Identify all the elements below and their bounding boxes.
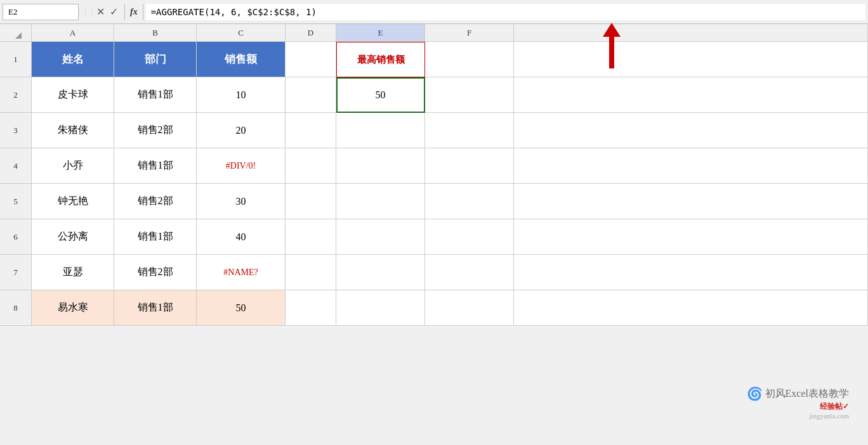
cell-e3[interactable] [336,113,425,148]
col-header-e[interactable]: E [336,24,425,42]
cell-a2[interactable]: 皮卡球 [32,77,114,113]
name-box-value: E2 [8,7,17,17]
cell-e7[interactable] [336,255,425,290]
watermark-brand: 🌀 初风Excel表格教学 [747,386,849,401]
cell-a6[interactable]: 公孙离 [32,219,114,255]
cell-a3[interactable]: 朱猪侠 [32,113,114,148]
cell-a1[interactable]: 姓名 [32,42,114,77]
cell-b3[interactable]: 销售2部 [114,113,197,148]
cell-c2[interactable]: 10 [197,77,286,113]
cell-e4[interactable] [336,148,425,184]
row-header-7[interactable]: 7 [0,255,32,290]
col-header-d[interactable]: D [286,24,336,42]
arrow-shaft [609,37,614,68]
spreadsheet-row: 6 公孙离 销售1部 40 [0,219,868,255]
cell-a4[interactable]: 小乔 [32,148,114,184]
cell-d2[interactable] [286,77,336,113]
row-header-5[interactable]: 5 [0,184,32,219]
row-header-6[interactable]: 6 [0,219,32,255]
spreadsheet-row: 3 朱猪侠 销售2部 20 [0,113,868,148]
formula-input[interactable] [146,4,865,20]
corner-cell [0,24,32,42]
formula-bar-divider: ⋮⋮⋮ [81,4,90,20]
cell-rest-8 [514,290,868,326]
cell-rest-4 [514,148,868,184]
watermark-site: jingyanla.com [747,412,849,420]
col-header-a[interactable]: A [32,24,114,42]
formula-bar-icons: ✕ ✓ [93,6,122,18]
cell-b1[interactable]: 部门 [114,42,197,77]
cell-f4[interactable] [425,148,514,184]
fx-text: fx [130,7,138,17]
cell-d8[interactable] [286,290,336,326]
cell-b8[interactable]: 销售1部 [114,290,197,326]
cell-d7[interactable] [286,255,336,290]
cell-f6[interactable] [425,219,514,255]
cell-d6[interactable] [286,219,336,255]
watermark-sub: 经验帖✓ [747,401,849,412]
cell-e8[interactable] [336,290,425,326]
cell-f3[interactable] [425,113,514,148]
cell-d4[interactable] [286,148,336,184]
cell-b7[interactable]: 销售2部 [114,255,197,290]
row-header-8[interactable]: 8 [0,290,32,326]
confirm-icon[interactable]: ✓ [110,6,118,18]
cell-f5[interactable] [425,184,514,219]
cell-rest-6 [514,219,868,255]
row-header-1[interactable]: 1 [0,42,32,77]
row-header-4[interactable]: 4 [0,148,32,184]
cell-e1[interactable]: 最高销售额 [336,42,425,77]
cell-f8[interactable] [425,290,514,326]
cell-f7[interactable] [425,255,514,290]
cell-rest-3 [514,113,868,148]
spreadsheet-row: 8 易水寒 销售1部 50 [0,290,868,326]
cell-c8[interactable]: 50 [197,290,286,326]
spreadsheet: A B C D E F 1 [0,24,868,445]
cell-e5[interactable] [336,184,425,219]
cell-rest-5 [514,184,868,219]
arrow-head [603,23,621,37]
cell-d1[interactable] [286,42,336,77]
cell-c6[interactable]: 40 [197,219,286,255]
cell-rest-1 [514,42,868,77]
cell-rest-7 [514,255,868,290]
row-header-2[interactable]: 2 [0,77,32,113]
cell-f2[interactable] [425,77,514,113]
cell-b6[interactable]: 销售1部 [114,219,197,255]
cell-c5[interactable]: 30 [197,184,286,219]
col-header-rest [514,24,868,42]
cancel-icon[interactable]: ✕ [96,6,105,18]
arrow-indicator [603,24,621,68]
cell-c7[interactable]: #NAME? [197,255,286,290]
cell-e2[interactable]: 50 [336,77,425,113]
cell-f1[interactable] [425,42,514,77]
cell-a7[interactable]: 亚瑟 [32,255,114,290]
cell-b2[interactable]: 销售1部 [114,77,197,113]
row-header-3[interactable]: 3 [0,113,32,148]
cell-c1[interactable]: 销售额 [197,42,286,77]
spreadsheet-row: 5 钟无艳 销售2部 30 [0,184,868,219]
watermark: 🌀 初风Excel表格教学 经验帖✓ jingyanla.com [747,386,849,420]
cell-a5[interactable]: 钟无艳 [32,184,114,219]
cell-c4[interactable]: #DIV/0! [197,148,286,184]
cell-a8[interactable]: 易水寒 [32,290,114,326]
name-box[interactable]: E2 [3,4,79,20]
col-header-b[interactable]: B [114,24,197,42]
rows-container: 1 姓名 部门 销售额 最高销售额 [0,42,868,445]
spreadsheet-row: 1 姓名 部门 销售额 最高销售额 [0,42,868,77]
cell-e6[interactable] [336,219,425,255]
col-header-c[interactable]: C [197,24,286,42]
spreadsheet-row: 2 皮卡球 销售1部 10 50 [0,77,868,113]
spreadsheet-row: 7 亚瑟 销售2部 #NAME? [0,255,868,290]
cell-c3[interactable]: 20 [197,113,286,148]
fx-label: fx [124,4,143,20]
cell-d5[interactable] [286,184,336,219]
cell-b4[interactable]: 销售1部 [114,148,197,184]
cell-d3[interactable] [286,113,336,148]
cell-b5[interactable]: 销售2部 [114,184,197,219]
excel-container: E2 ⋮⋮⋮ ✕ ✓ fx A B C [0,0,868,445]
spreadsheet-row: 4 小乔 销售1部 #DIV/0! [0,148,868,184]
col-header-f[interactable]: F [425,24,514,42]
cell-rest-2 [514,77,868,113]
formula-bar: E2 ⋮⋮⋮ ✕ ✓ fx [0,0,868,24]
